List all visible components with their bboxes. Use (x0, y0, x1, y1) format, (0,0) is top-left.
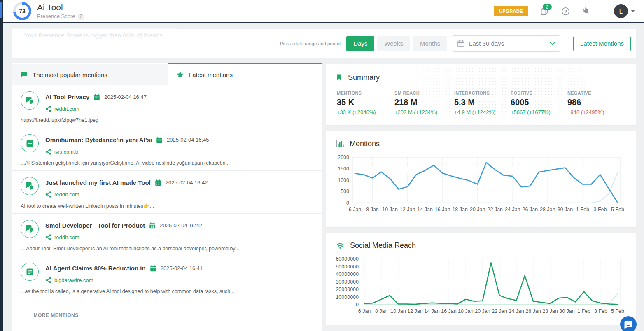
mention-source[interactable]: reddit.com (54, 234, 79, 240)
mention-list-footer: — MORE MENTIONS (12, 299, 322, 331)
summary-stats: MENTIONS 35 K +33 K (+2046%) SM REACH 21… (337, 91, 625, 115)
filter-label: Pick a date range and period: (280, 41, 342, 46)
svg-text:14 Jan: 14 Jan (424, 308, 440, 314)
svg-text:18 Jan: 18 Jan (458, 308, 474, 314)
mention-title[interactable]: Omnihuman: Bytedance’ın yeni AI’sı (45, 136, 152, 143)
svg-text:40000000: 40000000 (336, 271, 359, 277)
svg-text:5 Feb: 5 Feb (611, 308, 624, 314)
more-mentions-button[interactable]: — MORE MENTIONS (21, 312, 79, 319)
presence-score-help-badge[interactable]: ? (78, 14, 84, 20)
svg-text:20 Jan: 20 Jan (470, 207, 485, 212)
latest-mentions-button[interactable]: Latest Mentions (573, 36, 631, 51)
share-icon (45, 277, 51, 283)
collapsed-sidebar[interactable] (0, 0, 3, 331)
filter-divider (567, 37, 567, 51)
upgrade-button[interactable]: UPGRADE (494, 6, 528, 16)
mention-row[interactable]: Smol Developer - Tool for Product 2025-0… (12, 214, 322, 256)
svg-text:24 Jan: 24 Jan (509, 308, 524, 314)
user-menu[interactable]: L (614, 4, 635, 18)
svg-text:20000000: 20000000 (336, 287, 359, 292)
mention-type-icon (21, 177, 39, 195)
tab-label: The most popular mentions (33, 71, 107, 78)
wifi-icon (336, 242, 344, 249)
header-divider (576, 7, 576, 16)
svg-text:10 Jan: 10 Jan (390, 308, 406, 314)
mention-row[interactable]: Omnihuman: Bytedance’ın yeni AI’sı 2025-… (12, 128, 322, 171)
svg-text:10000000: 10000000 (336, 294, 359, 300)
share-icon (45, 106, 51, 112)
svg-text:50000000: 50000000 (336, 264, 359, 270)
mention-date: 2025-02-04 16:47 (104, 94, 147, 100)
stat-label: NEGATIVE (567, 91, 625, 96)
tab-latest-mentions[interactable]: Latest mentions (168, 63, 322, 85)
mention-source[interactable]: ivis.com.tr (54, 149, 79, 155)
mention-title[interactable]: AI Tool Privacy (45, 93, 89, 100)
mention-source[interactable]: bigdatawire.com (54, 277, 93, 283)
help-circle-icon[interactable]: ? (560, 6, 570, 16)
svg-text:?: ? (564, 9, 567, 14)
reach-chart: 6 Jan8 Jan10 Jan12 Jan14 Jan16 Jan18 Jan… (330, 253, 631, 318)
speech-bubble-icon (20, 71, 27, 78)
svg-text:28 Jan: 28 Jan (542, 308, 558, 314)
presence-score-ring: 73 (13, 2, 31, 20)
svg-text:60000000: 60000000 (336, 256, 359, 262)
presence-score-label: Presence Score (37, 14, 75, 20)
svg-text:12 Jan: 12 Jan (400, 207, 415, 212)
calendar-icon (149, 222, 156, 229)
svg-text:0: 0 (346, 200, 349, 206)
mention-type-icon (21, 220, 39, 238)
stat-label: MENTIONS (337, 91, 394, 96)
summary-stat: MENTIONS 35 K +33 K (+2046%) (337, 91, 394, 115)
chat-widget-button[interactable] (620, 316, 637, 331)
tab-most-popular-mentions[interactable]: The most popular mentions (12, 64, 168, 85)
mentions-panel: The most popular mentions Latest mention… (12, 63, 322, 331)
mention-row[interactable]: Just launched my first AI made Tool 2025… (12, 171, 322, 214)
chat-bubble-icon (624, 321, 632, 329)
tab-label: Latest mentions (189, 71, 233, 78)
svg-text:10 Jan: 10 Jan (382, 207, 398, 212)
bookmark-icon (336, 74, 342, 81)
summary-stat: NEGATIVE 986 +948 (+2495%) (567, 91, 625, 115)
projects-copy-icon[interactable]: 3 (539, 6, 549, 16)
presence-score-value: 73 (16, 5, 29, 18)
stat-value: 218 M (394, 98, 454, 107)
stat-label: INTERACTIONS (454, 91, 511, 96)
share-icon (45, 234, 51, 240)
sidebar-active-indicator (0, 2, 2, 18)
svg-text:1 Feb: 1 Feb (576, 207, 589, 212)
calendar-icon (155, 179, 161, 186)
svg-text:5 Feb: 5 Feb (611, 207, 624, 212)
stat-delta: +5667 (+1677%) (511, 109, 567, 115)
svg-text:22 Jan: 22 Jan (488, 207, 503, 212)
date-range-value: Last 30 days (469, 40, 546, 47)
svg-text:14 Jan: 14 Jan (417, 207, 433, 212)
mention-type-icon (21, 263, 39, 281)
period-weeks-button[interactable]: Weeks (377, 36, 410, 51)
svg-text:16 Jan: 16 Jan (435, 207, 450, 212)
dash-icon: — (21, 312, 27, 319)
mention-snippet: ...AI Sistemleri geliştirmek için yarışı… (21, 160, 315, 166)
avatar: L (614, 4, 628, 18)
mention-row[interactable]: AI Agent Claims 80% Reduction in 2025-02… (12, 256, 322, 299)
header-divider (555, 7, 555, 16)
mention-list: AI Tool Privacy 2025-02-04 16:47 reddit.… (12, 85, 322, 299)
summary-stat: POSITIVE 6005 +5667 (+1677%) (511, 91, 567, 115)
mention-title[interactable]: Smol Developer - Tool for Product (45, 222, 145, 229)
mentions-chart-card: Mentions 6 Jan8 Jan10 Jan12 Jan14 Jan16 … (326, 131, 636, 228)
mention-source[interactable]: reddit.com (54, 191, 79, 198)
date-range-select[interactable]: Last 30 days (452, 35, 560, 52)
mention-date: 2025-02-04 16:42 (160, 222, 202, 228)
star-icon (177, 71, 184, 78)
mention-row[interactable]: AI Tool Privacy 2025-02-04 16:47 reddit.… (12, 85, 322, 128)
mention-source[interactable]: reddit.com (54, 106, 79, 112)
svg-text:16 Jan: 16 Jan (441, 308, 457, 314)
mention-snippet: AI tool to create well-written LinkedIn … (21, 203, 315, 209)
svg-text:3 Feb: 3 Feb (593, 207, 607, 212)
mention-title[interactable]: Just launched my first AI made Tool (45, 179, 151, 186)
period-months-button[interactable]: Months (413, 36, 447, 51)
chevron-down-icon (550, 42, 555, 45)
mention-title[interactable]: AI Agent Claims 80% Reduction in (45, 265, 146, 272)
plug-icon[interactable] (581, 6, 591, 16)
period-days-button[interactable]: Days (346, 36, 374, 51)
stat-value: 35 K (337, 98, 394, 107)
